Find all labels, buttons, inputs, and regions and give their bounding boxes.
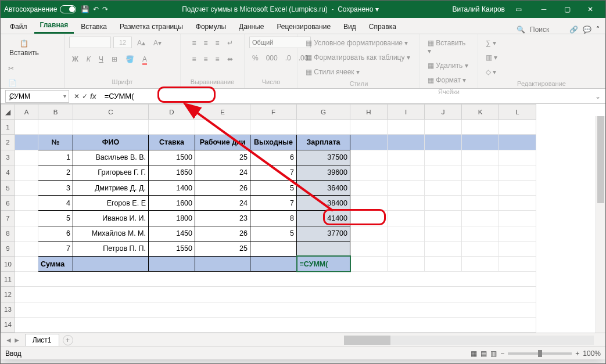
decrease-font-icon[interactable]: A▾ [150,37,164,49]
page-break-view-icon[interactable]: ▥ [490,349,497,358]
search-input[interactable] [530,26,565,34]
col-J[interactable]: J [425,104,462,120]
table-row[interactable]: 7 5 Иванов И. И. 1800 23 8 41400 [1,211,536,226]
col-F[interactable]: F [250,104,297,120]
italic-button[interactable]: К [84,53,94,66]
insert-cells-button[interactable]: ▦ Вставить ▾ [425,37,473,57]
tab-file[interactable]: Файл [4,19,33,34]
tab-help[interactable]: Справка [363,19,402,34]
col-L[interactable]: L [499,104,536,120]
format-table-button[interactable]: ▦ Форматировать как таблицу ▾ [303,51,413,64]
align-top-icon[interactable]: ≡ [189,37,199,49]
autosum-icon[interactable]: ∑ ▾ [483,37,499,49]
user-name[interactable]: Виталий Каиров [452,5,505,13]
sheet-tab[interactable]: Лист1 [25,334,59,346]
select-all-corner[interactable]: ◢ [1,104,15,120]
group-font: Шрифт [69,77,175,86]
col-E[interactable]: E [195,104,250,120]
zoom-level[interactable]: 100% [583,349,601,358]
ribbon-display-icon[interactable]: ▭ [515,5,522,13]
table-row[interactable]: 8 6 Михайлов М. М. 1450 26 5 37700 [1,226,536,241]
tab-insert[interactable]: Вставка [75,19,113,34]
formula-input[interactable] [101,90,590,103]
editing-cell-G10[interactable]: =СУММ( [297,256,350,271]
underline-button[interactable]: Ч [96,53,106,66]
zoom-in-icon[interactable]: + [575,349,579,358]
maximize-button[interactable]: ▢ [555,1,579,18]
merge-icon[interactable]: ⬌ [224,53,236,66]
sum-label-cell[interactable]: Сумма [38,256,73,271]
save-icon[interactable]: 💾 [81,5,89,13]
align-center-icon[interactable]: ≡ [200,53,210,66]
format-cells-button[interactable]: ▦ Формат ▾ [425,74,469,87]
normal-view-icon[interactable]: ▦ [471,349,477,358]
horizontal-scrollbar[interactable] [344,336,594,345]
tab-review[interactable]: Рецензирование [271,19,336,34]
cond-format-button[interactable]: ▦ Условное форматирование ▾ [303,37,411,49]
expand-formula-bar-icon[interactable]: ⌄ [590,92,605,100]
col-K[interactable]: K [462,104,499,120]
table-row[interactable]: 4 2 Григорьев Г. Г. 1650 24 7 39600 [1,165,536,180]
share-icon[interactable]: 🔗 [569,26,578,34]
col-H[interactable]: H [350,104,388,120]
copy-icon[interactable]: 📄 [5,77,20,89]
fill-icon[interactable]: ▥ ▾ [483,51,500,64]
undo-icon[interactable]: ↶ [93,5,99,13]
collapse-ribbon-icon[interactable]: ˄ [596,26,600,34]
clear-icon[interactable]: ◇ ▾ [483,66,499,78]
increase-font-icon[interactable]: A▴ [134,37,148,49]
search-icon[interactable]: 🔍 [517,26,525,34]
col-I[interactable]: I [388,104,425,120]
vertical-scrollbar[interactable] [596,116,605,333]
enter-formula-icon[interactable]: ✓ [82,92,88,100]
next-sheet-icon[interactable]: ► [13,336,20,344]
col-C[interactable]: C [73,104,149,120]
comments-icon[interactable]: 💬 [583,26,591,34]
tab-home[interactable]: Главная [34,17,74,34]
wrap-text-icon[interactable]: ↵ [224,37,236,49]
align-left-icon[interactable]: ≡ [189,53,199,66]
table-row[interactable]: 6 4 Егоров Е. Е 1600 24 7 38400 [1,196,536,211]
redo-icon[interactable]: ↷ [102,5,108,13]
bold-button[interactable]: Ж [69,53,81,66]
name-box[interactable]: СУММ [5,90,69,103]
zoom-slider[interactable] [508,352,572,355]
cut-icon[interactable]: ✂ [5,62,20,75]
table-row[interactable]: 9 7 Петров П. П. 1550 25 [1,241,536,256]
table-row[interactable]: 3 1 Васильев В. В. 1500 25 6 37500 [1,150,536,165]
inc-decimal-icon[interactable]: .0 [282,52,294,64]
col-G[interactable]: G [297,104,350,120]
col-A[interactable]: A [15,104,38,120]
col-D[interactable]: D [149,104,195,120]
tab-view[interactable]: Вид [338,19,362,34]
align-right-icon[interactable]: ≡ [213,53,223,66]
align-middle-icon[interactable]: ≡ [200,37,210,49]
font-name-combo[interactable] [69,37,111,48]
align-bottom-icon[interactable]: ≡ [213,37,223,49]
spreadsheet-grid[interactable]: ◢ A B C D E F G H I J K L 1 2 № ФИО Став… [1,104,605,333]
zoom-out-icon[interactable]: − [500,349,504,358]
tab-formulas[interactable]: Формулы [190,19,232,34]
font-color-icon[interactable]: А [139,53,150,66]
prev-sheet-icon[interactable]: ◄ [5,336,12,344]
add-sheet-button[interactable]: + [63,335,73,345]
close-button[interactable]: ✕ [579,1,602,18]
currency-icon[interactable]: % [249,52,261,64]
minimize-button[interactable]: ─ [532,1,555,18]
fx-icon[interactable]: fx [90,92,96,100]
table-row[interactable]: 5 3 Дмитриев Д. Д. 1400 26 5 36400 [1,180,536,195]
borders-icon[interactable]: ⊞ [109,53,120,66]
page-layout-view-icon[interactable]: ▤ [481,349,487,358]
fill-color-icon[interactable]: 🪣 [123,53,137,66]
cancel-formula-icon[interactable]: ✕ [74,92,80,100]
font-size-combo[interactable]: 12 [113,37,132,48]
cell-styles-button[interactable]: ▦ Стили ячеек ▾ [303,66,363,78]
tab-pagelayout[interactable]: Разметка страницы [114,19,189,34]
comma-icon[interactable]: 000 [263,52,281,64]
col-B[interactable]: B [38,104,73,120]
autosave-toggle[interactable] [60,5,76,13]
delete-cells-button[interactable]: ▦ Удалить ▾ [425,59,471,72]
paste-button[interactable]: 📋 Вставить [5,37,43,60]
tab-data[interactable]: Данные [233,19,270,34]
group-alignment: Выравнивание [185,77,239,86]
